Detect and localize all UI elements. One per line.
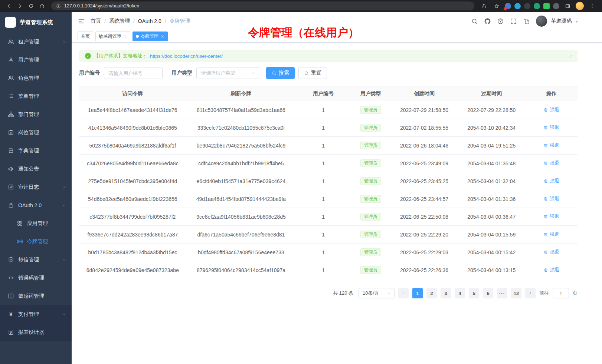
cell-refresh-token: 49d1aa46d1454fbd87591444423be9fa [186,190,296,208]
extension-icon[interactable] [505,3,511,9]
user-name[interactable]: 芋道源码 [551,18,572,24]
sidebar-item-post[interactable]: 岗位管理 [0,123,72,142]
pagination-page-4-button[interactable]: 4 [455,288,465,298]
site-info-icon[interactable] [55,3,62,9]
pagination: 共 120 条 10条/页 123456···12 前往 页 [79,288,578,298]
sidebar-item-role[interactable]: 角色管理 [0,69,72,87]
bookmark-star-icon[interactable] [492,1,501,11]
sidebar-item-audit-log[interactable]: 审计日志 [0,178,72,196]
sidebar-item-pay[interactable]: ¥支付管理 [0,305,72,323]
tab-sensitive-word[interactable]: 敏感词管理 [95,32,130,41]
search-button-label: 搜索 [279,70,289,76]
sidebar-item-error-code[interactable]: 错误码管理 [0,269,72,287]
breadcrumb-item[interactable]: 系统管理 [109,18,130,24]
alert-close-icon[interactable] [568,54,573,59]
browser-home-icon[interactable] [37,1,47,11]
doc-link[interactable]: https://doc.iocoder.cn/user-center/ [150,53,223,59]
user-type-tag: 管理员 [360,159,381,167]
force-logout-button[interactable]: 强退 [543,142,559,149]
force-logout-button[interactable]: 强退 [543,249,559,255]
browser-menu-icon[interactable] [587,1,597,11]
sidebar-item-sensitive-word[interactable]: 敏感词管理 [0,287,72,305]
force-logout-button[interactable]: 强退 [543,195,559,202]
tab-close-icon[interactable] [123,34,127,39]
force-logout-button[interactable]: 强退 [543,160,559,166]
force-logout-button[interactable]: 强退 [543,178,559,184]
sidebar-item-oauth2-token[interactable]: 令牌管理 [0,232,72,251]
pagination-page-3-button[interactable]: 3 [441,288,451,298]
browser-back-icon[interactable] [4,1,13,11]
pagination-page-12-button[interactable]: 12 [511,288,521,298]
cell-access-token: 41c41346a548490f9dc8b01c6bfe0865 [79,119,186,137]
cell-expire-time: 2054-03-10 20:42:34 [458,119,525,137]
browser-reload-icon[interactable] [26,1,36,11]
user-avatar[interactable] [536,16,547,27]
sidebar-item-report-designer[interactable]: 报表设计器 [0,323,72,341]
tab-oauth2-token[interactable]: 令牌管理 [132,32,168,41]
extension-icon[interactable] [514,3,521,9]
force-logout-button[interactable]: 强退 [543,124,559,131]
tab-home[interactable]: 首页 [78,32,93,41]
page-content: 【用户体系】文档地址： https://doc.iocoder.cn/user-… [72,43,602,364]
sidebar-item-user[interactable]: 用户管理 [0,51,72,69]
search-button[interactable]: 搜索 [266,67,295,79]
sidebar-item-menu[interactable]: 菜单管理 [0,87,72,105]
pagination-page-1-button[interactable]: 1 [412,288,423,298]
force-logout-button[interactable]: 强退 [543,267,559,273]
extension-icon[interactable] [524,3,530,9]
sidebar-item-dict[interactable]: 字典管理 [0,142,72,160]
cell-user-id: 1 [296,190,351,208]
pagination-prev-button[interactable] [398,288,409,298]
user-icon [8,57,14,63]
browser-profile-avatar[interactable] [576,2,584,10]
extension-icon[interactable] [534,3,540,9]
sidebar-item-oauth2[interactable]: OAuth 2.0 [0,196,72,214]
sidebar-item-dept[interactable]: 部门管理 [0,105,72,123]
side-panel-icon[interactable] [563,1,572,11]
share-icon[interactable] [479,1,488,11]
chevron-left-icon [401,291,406,295]
fullscreen-icon[interactable] [510,18,517,25]
breadcrumb-item[interactable]: OAuth 2.0 [138,18,161,24]
pagination-more-button[interactable]: ··· [497,288,507,298]
doc-alert: 【用户体系】文档地址： https://doc.iocoder.cn/user-… [79,50,578,62]
user-id-input[interactable] [104,67,163,79]
sidebar-item-notice[interactable]: 通知公告 [0,160,72,178]
table-row: 502375b8040a469a9b82188afdf6af1fbe90422b… [79,137,578,155]
page-size-select[interactable]: 10条/页 [359,288,395,298]
pagination-page-5-button[interactable]: 5 [469,288,479,298]
sidebar-item-oauth2-application[interactable]: 应用管理 [0,214,72,232]
browser-address-bar[interactable]: 127.0.0.1:1024/system/oauth2/token [51,1,474,10]
app-logo[interactable]: 芋道管理系统 [0,12,72,33]
column-header: 用户编号 [296,86,351,101]
extension-icon[interactable] [553,3,559,9]
force-logout-label: 强退 [550,231,559,238]
tab-close-icon[interactable] [160,34,164,39]
pagination-next-button[interactable] [525,288,536,298]
sidebar-item-label: 租户管理 [18,39,39,45]
force-logout-button[interactable]: 强退 [543,213,559,220]
pagination-page-6-button[interactable]: 6 [483,288,493,298]
force-logout-button[interactable]: 强退 [543,106,559,113]
github-icon[interactable] [484,18,491,25]
browser-forward-icon[interactable] [15,1,24,11]
table-row: f9336e7c7dd242a283ee98dc86b17a87dfa6c71a… [79,226,578,244]
extensions-puzzle-icon[interactable] [543,3,550,9]
sidebar-item-label: 应用管理 [27,220,48,227]
breadcrumb-item[interactable]: 首页 [91,18,101,24]
page-size-value: 10条/页 [363,290,379,297]
force-logout-button[interactable]: 强退 [543,231,559,238]
cell-user-id: 1 [296,172,351,190]
reset-button[interactable]: 重置 [298,67,327,79]
sidebar-item-tenant[interactable]: 租户管理 [0,33,72,51]
goto-page-input[interactable] [553,288,569,298]
caret-down-icon[interactable] [575,19,579,23]
sidebar-collapse-icon[interactable] [78,17,85,25]
pagination-page-2-button[interactable]: 2 [426,288,437,298]
sidebar-item-sms[interactable]: 短信管理 [0,251,72,269]
cell-create-time: 2022-06-26 18:04:46 [390,137,458,155]
help-icon[interactable] [497,18,504,25]
user-type-select[interactable]: 请选择用户类型 [196,67,260,79]
search-icon[interactable] [471,18,478,25]
font-size-icon[interactable] [523,18,530,25]
